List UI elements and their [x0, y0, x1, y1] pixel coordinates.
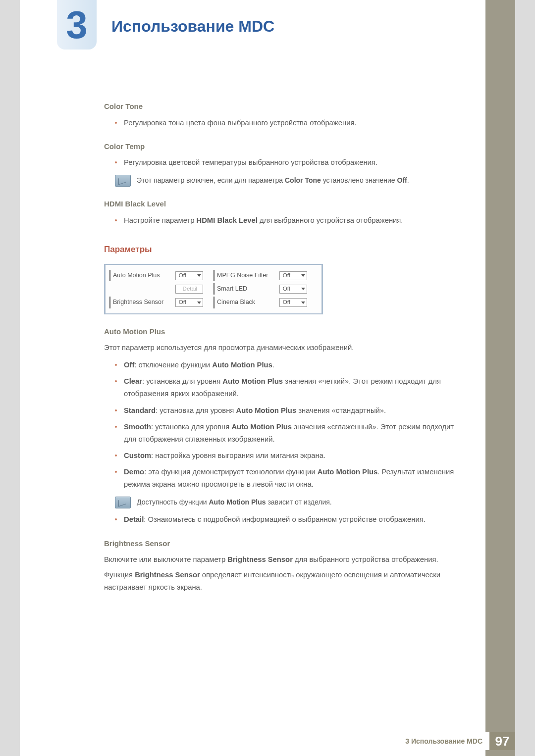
heading-auto-motion-plus: Auto Motion Plus [104, 325, 466, 338]
bold-text: Clear [124, 377, 142, 385]
dropdown-value: Off [283, 298, 290, 307]
footer-chapter-label: 3 Использование MDC [398, 732, 489, 750]
text: : настройка уровня выгорания или мигания… [151, 452, 325, 459]
dropdown-value: Off [283, 284, 290, 294]
document-page: 3 Использование MDC Color Tone Регулиров… [20, 0, 515, 756]
list-color-temp: Регулировка цветовой температуры выбранн… [104, 156, 466, 169]
page-footer: 3 Использование MDC 97 [398, 732, 515, 750]
bold-text: Off [397, 176, 407, 184]
heading-brightness-sensor: Brightness Sensor [104, 537, 466, 550]
param-label-brightness-sensor: Brightness Sensor [109, 297, 175, 308]
page-content: Color Tone Регулировка тона цвета фона в… [20, 0, 515, 594]
text: : установка для уровня [156, 406, 236, 414]
text: для выбранного устройства отображения. [258, 216, 403, 224]
list-item: Clear: установка для уровня Auto Motion … [115, 375, 466, 400]
param-label-smart-led: Smart LED [214, 283, 279, 295]
button-label: Detail [183, 284, 197, 294]
text: зависит от изделия. [266, 498, 332, 506]
text: : эта функция демонстрирует технологии ф… [144, 468, 318, 476]
heading-parameters: Параметры [104, 243, 466, 257]
dropdown-mpeg-noise-filter[interactable]: Off [279, 271, 307, 280]
chevron-down-icon [197, 274, 201, 277]
list-item: Настройте параметр HDMI Black Level для … [115, 214, 466, 227]
bold-text: Auto Motion Plus [209, 498, 266, 506]
chevron-down-icon [301, 288, 305, 290]
param-label-mpeg-noise-filter: MPEG Noise Filter [214, 270, 279, 281]
text: Этот параметр включен, если для параметр… [137, 176, 285, 184]
button-detail[interactable]: Detail [175, 285, 203, 294]
dropdown-cinema-black[interactable]: Off [279, 298, 307, 307]
text: значения «стандартный». [296, 406, 386, 414]
dropdown-brightness-sensor[interactable]: Off [175, 298, 203, 307]
bold-text: Brightness Sensor [135, 571, 200, 579]
dropdown-value: Off [179, 298, 186, 307]
bold-text: Off [124, 361, 134, 369]
paragraph: Включите или выключите параметр Brightne… [104, 554, 466, 566]
right-margin-bar [485, 0, 515, 756]
text: . [407, 176, 409, 184]
chevron-down-icon [197, 302, 201, 304]
list-item: Custom: настройка уровня выгорания или м… [115, 450, 466, 462]
list-item: Регулировка цветовой температуры выбранн… [115, 156, 466, 169]
bold-text: Color Tone [285, 176, 321, 184]
text: : установка для уровня [151, 423, 231, 431]
text: Настройте параметр [124, 216, 197, 224]
paragraph: Функция Brightness Sensor определяет инт… [104, 569, 466, 594]
list-item: Standard: установка для уровня Auto Moti… [115, 404, 466, 417]
list-item: Регулировка тона цвета фона выбранного у… [115, 117, 466, 129]
list-item: Smooth: установка для уровня Auto Motion… [115, 421, 466, 446]
chapter-number: 3 [66, 5, 87, 44]
text: : установка для уровня [142, 377, 222, 385]
note-amp: Доступность функции Auto Motion Plus зав… [115, 497, 466, 508]
text: . [272, 361, 274, 369]
text: : отключение функции [134, 361, 212, 369]
bold-text: Detail [124, 515, 144, 523]
note-text: Доступность функции Auto Motion Plus зав… [137, 497, 466, 508]
list-amp-detail: Detail: Ознакомьтесь с подробной информа… [104, 513, 466, 526]
heading-color-temp: Color Temp [104, 140, 466, 153]
list-item: Off: отключение функции Auto Motion Plus… [115, 359, 466, 371]
note-text: Этот параметр включен, если для параметр… [137, 175, 466, 187]
bold-text: Demo [124, 468, 144, 476]
list-item: Detail: Ознакомьтесь с подробной информа… [115, 513, 466, 526]
text: : Ознакомьтесь с подробной информацией о… [144, 515, 426, 523]
dropdown-value: Off [283, 271, 290, 281]
note-icon [115, 175, 131, 187]
chapter-title: Использование MDC [111, 17, 274, 36]
param-label-cinema-black: Cinema Black [214, 297, 279, 308]
bold-text: Auto Motion Plus [231, 423, 292, 431]
paragraph: Этот параметр используется для просмотра… [104, 342, 466, 354]
list-item: Demo: эта функция демонстрирует технолог… [115, 466, 466, 491]
list-hdmi: Настройте параметр HDMI Black Level для … [104, 214, 466, 227]
bold-text: Custom [124, 452, 151, 459]
param-label-auto-motion-plus: Auto Motion Plus [109, 270, 175, 281]
footer-page-number: 97 [489, 732, 515, 750]
text: Доступность функции [137, 498, 209, 506]
bold-text: Auto Motion Plus [236, 406, 296, 414]
list-amp: Off: отключение функции Auto Motion Plus… [104, 359, 466, 491]
bold-text: Standard [124, 406, 156, 414]
dropdown-value: Off [179, 271, 186, 281]
text: для выбранного устройства отображения. [293, 555, 438, 563]
text: Включите или выключите параметр [104, 555, 227, 563]
chapter-tab: 3 [57, 0, 97, 50]
text: установлено значение [321, 176, 397, 184]
parameters-panel: Auto Motion Plus Off MPEG Noise Filter O… [104, 264, 323, 314]
chevron-down-icon [301, 302, 305, 304]
dropdown-smart-led[interactable]: Off [279, 285, 307, 294]
bold-text: HDMI Black Level [197, 216, 258, 224]
heading-hdmi-black-level: HDMI Black Level [104, 198, 466, 210]
bold-text: Auto Motion Plus [318, 468, 378, 476]
heading-color-tone: Color Tone [104, 100, 466, 113]
dropdown-auto-motion-plus[interactable]: Off [175, 271, 203, 280]
text: Функция [104, 571, 135, 579]
note-icon [115, 497, 131, 508]
bold-text: Auto Motion Plus [222, 377, 283, 385]
bold-text: Brightness Sensor [227, 555, 293, 563]
bold-text: Smooth [124, 423, 151, 431]
note-color-temp: Этот параметр включен, если для параметр… [115, 175, 466, 187]
chevron-down-icon [301, 274, 305, 277]
bold-text: Auto Motion Plus [212, 361, 272, 369]
list-color-tone: Регулировка тона цвета фона выбранного у… [104, 117, 466, 129]
